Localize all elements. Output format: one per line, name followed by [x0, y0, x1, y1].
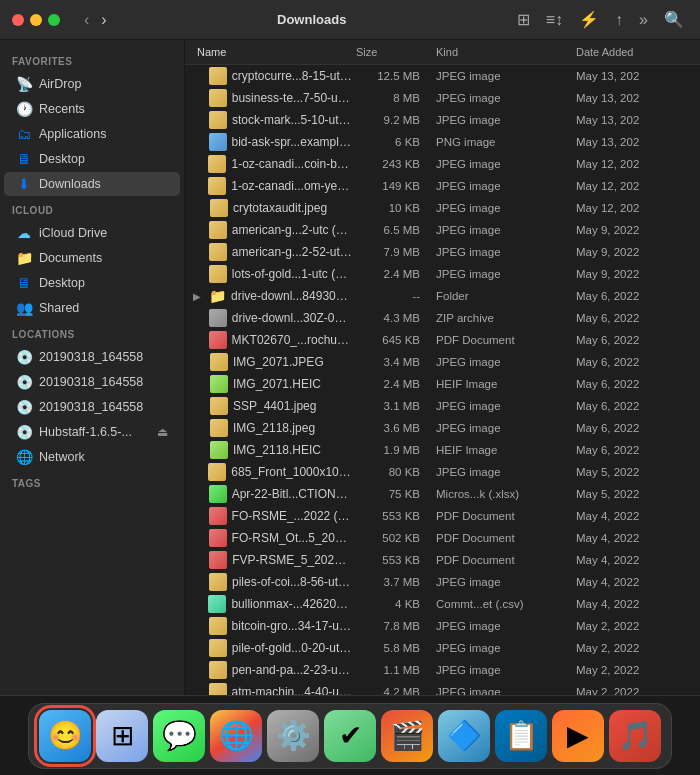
sidebar-item-downloads[interactable]: ⬇ Downloads ← [4, 172, 180, 196]
file-thumbnail [210, 199, 228, 217]
sidebar-item-icloud-drive[interactable]: ☁ iCloud Drive [4, 221, 180, 245]
sidebar-item-recents[interactable]: 🕐 Recents [4, 97, 180, 121]
table-row[interactable]: IMG_2118.jpeg 3.6 MB JPEG image May 6, 2… [185, 417, 700, 439]
table-row[interactable]: atm-machin...4-40-utc.jpg 4.2 MB JPEG im… [185, 681, 700, 695]
table-row[interactable]: IMG_2071.JPEG 3.4 MB JPEG image May 6, 2… [185, 351, 700, 373]
file-size: 10 KB [352, 202, 432, 214]
file-thumbnail [209, 89, 227, 107]
dock-item-trello[interactable]: 📋 [495, 710, 547, 762]
search-button[interactable]: 🔍 [660, 8, 688, 31]
file-thumbnail [209, 221, 227, 239]
share-button[interactable]: ↑ [611, 9, 627, 31]
file-name: 685_Front_1000x1000.jpg [231, 465, 352, 479]
sidebar-item-icloud-desktop[interactable]: 🖥 Desktop [4, 271, 180, 295]
table-row[interactable]: lots-of-gold...1-utc (1).jpg 2.4 MB JPEG… [185, 263, 700, 285]
table-row[interactable]: stock-mark...5-10-utc.jpg 9.2 MB JPEG im… [185, 109, 700, 131]
action-button[interactable]: ⚡ [575, 8, 603, 31]
col-date[interactable]: Date Added [572, 44, 692, 60]
back-button[interactable]: ‹ [80, 9, 93, 31]
table-row[interactable]: 1-oz-canadi...coin-bu.jpeg 243 KB JPEG i… [185, 153, 700, 175]
table-row[interactable]: IMG_2118.HEIC 1.9 MB HEIF Image May 6, 2… [185, 439, 700, 461]
sort-button[interactable]: ≡↕ [542, 9, 567, 31]
file-kind: JPEG image [432, 70, 572, 82]
file-name: pile-of-gold...0-20-utc.jpg [232, 641, 352, 655]
view-toggle-button[interactable]: ⊞ [513, 8, 534, 31]
table-row[interactable]: pile-of-gold...0-20-utc.jpg 5.8 MB JPEG … [185, 637, 700, 659]
file-size: 2.4 MB [352, 378, 432, 390]
dock-item-finder[interactable]: 😊 [39, 710, 91, 762]
table-row[interactable]: 1-oz-canadi...om-year.jpeg 149 KB JPEG i… [185, 175, 700, 197]
file-kind: JPEG image [432, 114, 572, 126]
table-row[interactable]: business-te...7-50-utc.jpg 8 MB JPEG ima… [185, 87, 700, 109]
expand-indicator[interactable]: ▶ [193, 291, 201, 302]
file-kind: PDF Document [432, 510, 572, 522]
table-row[interactable]: cryptocurre...8-15-utc.jpg 12.5 MB JPEG … [185, 65, 700, 87]
file-size: 7.9 MB [352, 246, 432, 258]
dock-item-shortcut[interactable]: 🔷 [438, 710, 490, 762]
table-row[interactable]: american-g...2-utc (2).jpg 6.5 MB JPEG i… [185, 219, 700, 241]
table-row[interactable]: crytotaxaudit.jpeg 10 KB JPEG image May … [185, 197, 700, 219]
file-thumbnail [210, 441, 228, 459]
sidebar-item-loc1[interactable]: 💿 20190318_164558 [4, 345, 180, 369]
table-row[interactable]: american-g...2-52-utc.jpg 7.9 MB JPEG im… [185, 241, 700, 263]
maximize-button[interactable] [48, 14, 60, 26]
col-size[interactable]: Size [352, 44, 432, 60]
dock-item-messages[interactable]: 💬 [153, 710, 205, 762]
table-row[interactable]: pen-and-pa...2-23-utc.jpg 1.1 MB JPEG im… [185, 659, 700, 681]
file-kind: JPEG image [432, 422, 572, 434]
file-name: stock-mark...5-10-utc.jpg [232, 113, 352, 127]
file-date: May 6, 2022 [572, 312, 692, 324]
table-row[interactable]: bid-ask-spr...example.png 6 KB PNG image… [185, 131, 700, 153]
dock-item-settings[interactable]: ⚙️ [267, 710, 319, 762]
table-row[interactable]: FO-RSME_...2022 (1).pdf 553 KB PDF Docum… [185, 505, 700, 527]
file-size: 7.8 MB [352, 620, 432, 632]
close-button[interactable] [12, 14, 24, 26]
file-thumbnail: 📁 [208, 287, 226, 305]
dock-item-task[interactable]: ✔ [324, 710, 376, 762]
file-name: lots-of-gold...1-utc (1).jpg [232, 267, 352, 281]
dock-item-resolve[interactable]: 🎬 [381, 710, 433, 762]
eject-icon[interactable]: ⏏ [157, 425, 168, 439]
file-kind: PDF Document [432, 532, 572, 544]
file-kind: PNG image [432, 136, 572, 148]
file-thumbnail [209, 661, 227, 679]
table-row[interactable]: bitcoin-gro...34-17-utc.jpg 7.8 MB JPEG … [185, 615, 700, 637]
table-row[interactable]: IMG_2071.HEIC 2.4 MB HEIF Image May 6, 2… [185, 373, 700, 395]
col-name[interactable]: Name [193, 44, 352, 60]
table-row[interactable]: SSP_4401.jpeg 3.1 MB JPEG image May 6, 2… [185, 395, 700, 417]
sidebar-item-desktop[interactable]: 🖥 Desktop ← [4, 147, 180, 171]
table-row[interactable]: FO-RSM_Ot...5_2022.pdf 502 KB PDF Docume… [185, 527, 700, 549]
sidebar-item-shared[interactable]: 👥 Shared [4, 296, 180, 320]
sidebar-item-network[interactable]: 🌐 Network [4, 445, 180, 469]
file-thumbnail [209, 617, 227, 635]
dock-item-tempi[interactable]: 🎵 [609, 710, 661, 762]
airdrop-icon: 📡 [16, 76, 32, 92]
dock-item-launchpad[interactable]: ⊞ [96, 710, 148, 762]
sidebar-item-documents[interactable]: 📁 Documents [4, 246, 180, 270]
more-button[interactable]: » [635, 9, 652, 31]
dock-item-infuse[interactable]: ▶ [552, 710, 604, 762]
table-row[interactable]: FVP-RSME_5_2022.pdf 553 KB PDF Document … [185, 549, 700, 571]
column-header: Name Size Kind Date Added [185, 40, 700, 65]
sidebar-item-loc2[interactable]: 💿 20190318_164558 [4, 370, 180, 394]
col-kind[interactable]: Kind [432, 44, 572, 60]
sidebar-item-loc3[interactable]: 💿 20190318_164558 [4, 395, 180, 419]
table-row[interactable]: bullionmax-...4262022.csv 4 KB Commt...e… [185, 593, 700, 615]
sidebar-item-applications[interactable]: 🗂 Applications [4, 122, 180, 146]
table-row[interactable]: drive-downl...30Z-001.zip 4.3 MB ZIP arc… [185, 307, 700, 329]
table-row[interactable]: piles-of-coi...8-56-utc.jpg 3.7 MB JPEG … [185, 571, 700, 593]
file-name: IMG_2071.HEIC [233, 377, 321, 391]
table-row[interactable]: Apr-22-Bitl...CTIONS.xlsx 75 KB Micros..… [185, 483, 700, 505]
file-kind: JPEG image [432, 356, 572, 368]
sidebar-item-loc4[interactable]: 💿 Hubstaff-1.6.5-... ⏏ [4, 420, 180, 444]
table-row[interactable]: ▶ 📁 drive-downl...84930Z-001 -- Folder M… [185, 285, 700, 307]
sidebar-item-airdrop[interactable]: 📡 AirDrop [4, 72, 180, 96]
file-date: May 4, 2022 [572, 554, 692, 566]
forward-button[interactable]: › [97, 9, 110, 31]
file-date: May 13, 202 [572, 114, 692, 126]
file-thumbnail [209, 683, 227, 695]
minimize-button[interactable] [30, 14, 42, 26]
table-row[interactable]: MKT02670_...rochure.pdf 645 KB PDF Docum… [185, 329, 700, 351]
dock-item-chrome[interactable]: 🌐 [210, 710, 262, 762]
table-row[interactable]: 685_Front_1000x1000.jpg 80 KB JPEG image… [185, 461, 700, 483]
